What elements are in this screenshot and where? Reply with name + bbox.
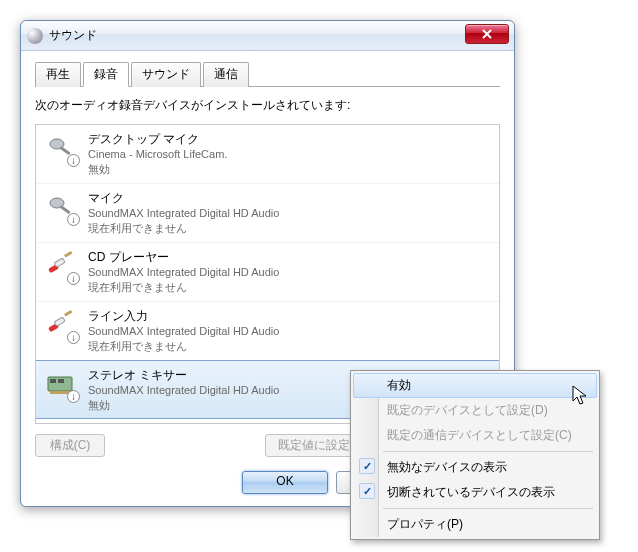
device-row[interactable]: ↓ デスクトップ マイク Cinema - Microsoft LifeCam.… bbox=[36, 125, 499, 184]
disabled-badge-icon: ↓ bbox=[67, 390, 80, 403]
svg-rect-9 bbox=[64, 310, 72, 317]
prompt-text: 次のオーディオ録音デバイスがインストールされています: bbox=[35, 97, 500, 114]
titlebar[interactable]: サウンド bbox=[21, 21, 514, 51]
close-button[interactable] bbox=[465, 24, 509, 44]
microphone-icon: ↓ bbox=[44, 131, 78, 165]
device-status: 無効 bbox=[88, 398, 279, 413]
device-name: ライン入力 bbox=[88, 308, 279, 324]
device-status: 現在利用できません bbox=[88, 280, 279, 295]
device-name: マイク bbox=[88, 190, 279, 206]
device-name: CD プレーヤー bbox=[88, 249, 279, 265]
close-icon bbox=[482, 29, 492, 39]
context-menu: 有効 既定のデバイスとして設定(D) 既定の通信デバイスとして設定(C) ✓ 無… bbox=[350, 370, 600, 527]
device-desc: SoundMAX Integrated Digital HD Audio bbox=[88, 206, 279, 221]
disabled-badge-icon: ↓ bbox=[67, 154, 80, 167]
device-name: デスクトップ マイク bbox=[88, 131, 227, 147]
menu-item-show-disabled[interactable]: ✓ 無効なデバイスの表示 bbox=[353, 455, 597, 480]
rca-jack-icon: ↓ bbox=[44, 249, 78, 283]
check-icon: ✓ bbox=[359, 483, 375, 499]
svg-rect-3 bbox=[59, 205, 71, 214]
svg-rect-8 bbox=[54, 317, 65, 326]
disabled-badge-icon: ↓ bbox=[67, 272, 80, 285]
menu-separator bbox=[383, 508, 593, 509]
tab-sounds[interactable]: サウンド bbox=[131, 62, 201, 87]
menu-item-label: 切断されているデバイスの表示 bbox=[387, 485, 555, 499]
device-row[interactable]: ↓ CD プレーヤー SoundMAX Integrated Digital H… bbox=[36, 243, 499, 302]
rca-jack-icon: ↓ bbox=[44, 308, 78, 342]
menu-item-properties[interactable]: プロパティ(P) bbox=[353, 512, 597, 527]
sound-icon bbox=[27, 28, 43, 44]
tab-strip: 再生 録音 サウンド 通信 bbox=[35, 61, 500, 87]
menu-item-set-default[interactable]: 既定のデバイスとして設定(D) bbox=[353, 398, 597, 423]
device-row[interactable]: ↓ ライン入力 SoundMAX Integrated Digital HD A… bbox=[36, 302, 499, 361]
device-desc: SoundMAX Integrated Digital HD Audio bbox=[88, 324, 279, 339]
configure-button[interactable]: 構成(C) bbox=[35, 434, 105, 457]
disabled-badge-icon: ↓ bbox=[67, 213, 80, 226]
menu-item-set-default-comm[interactable]: 既定の通信デバイスとして設定(C) bbox=[353, 423, 597, 448]
svg-rect-12 bbox=[58, 379, 64, 383]
tab-recording[interactable]: 録音 bbox=[83, 62, 129, 87]
svg-rect-6 bbox=[64, 251, 72, 258]
sound-card-icon: ↓ bbox=[44, 367, 78, 401]
device-desc: Cinema - Microsoft LifeCam. bbox=[88, 147, 227, 162]
check-icon: ✓ bbox=[359, 458, 375, 474]
device-desc: SoundMAX Integrated Digital HD Audio bbox=[88, 383, 279, 398]
window-title: サウンド bbox=[49, 27, 97, 44]
tab-playback[interactable]: 再生 bbox=[35, 62, 81, 87]
svg-rect-11 bbox=[50, 379, 56, 383]
device-status: 現在利用できません bbox=[88, 221, 279, 236]
device-status: 現在利用できません bbox=[88, 339, 279, 354]
tab-communications[interactable]: 通信 bbox=[203, 62, 249, 87]
menu-item-enable[interactable]: 有効 bbox=[353, 373, 597, 398]
disabled-badge-icon: ↓ bbox=[67, 331, 80, 344]
device-name: ステレオ ミキサー bbox=[88, 367, 279, 383]
device-row[interactable]: ↓ マイク SoundMAX Integrated Digital HD Aud… bbox=[36, 184, 499, 243]
menu-item-show-disconnected[interactable]: ✓ 切断されているデバイスの表示 bbox=[353, 480, 597, 505]
ok-button[interactable]: OK bbox=[242, 471, 328, 494]
menu-item-label: 無効なデバイスの表示 bbox=[387, 460, 507, 474]
menu-separator bbox=[383, 451, 593, 452]
device-desc: SoundMAX Integrated Digital HD Audio bbox=[88, 265, 279, 280]
svg-rect-5 bbox=[54, 258, 65, 267]
svg-rect-1 bbox=[59, 146, 71, 155]
microphone-icon: ↓ bbox=[44, 190, 78, 224]
device-status: 無効 bbox=[88, 162, 227, 177]
